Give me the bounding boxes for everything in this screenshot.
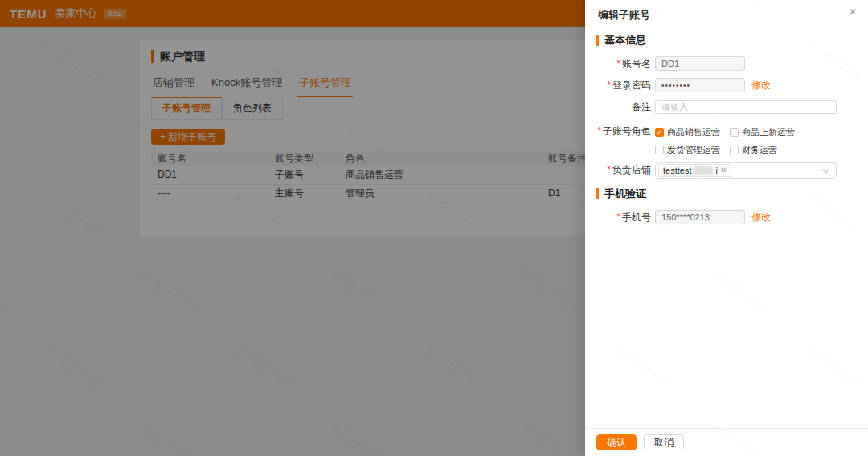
section-phone-verification: 手机验证 bbox=[596, 188, 857, 199]
edit-sub-account-drawer: 编辑子账号 ✕ 基本信息 账号名 DD1 登录密码 •••••••• bbox=[585, 0, 868, 456]
drawer-footer: 确认 取消 bbox=[585, 428, 868, 456]
phone-value: 150****0213 bbox=[661, 212, 710, 222]
close-icon[interactable]: ✕ bbox=[849, 6, 857, 18]
store-tag-text: testtest bbox=[663, 166, 691, 175]
checkbox-unchecked-icon bbox=[730, 128, 739, 137]
remark-row: 备注 请输入 bbox=[596, 100, 857, 114]
role-checkbox-finance-ops[interactable]: 财务运营 bbox=[730, 144, 777, 156]
account-name-input: DD1 bbox=[655, 56, 745, 71]
remark-label: 备注 bbox=[596, 100, 651, 114]
store-select[interactable]: testtesti ✕ bbox=[655, 162, 837, 179]
sub-account-role-row: 子账号角色 ✓ 商品销售运营 商品上新运营 发货管理运营 bbox=[596, 124, 857, 156]
checkbox-label: 商品上新运营 bbox=[742, 126, 795, 138]
chevron-down-icon bbox=[822, 166, 830, 174]
tag-remove-icon[interactable]: ✕ bbox=[720, 166, 727, 175]
remark-placeholder: 请输入 bbox=[661, 101, 688, 113]
role-checkbox-product-listing-ops[interactable]: 商品上新运营 bbox=[730, 126, 795, 138]
drawer-title: 编辑子账号 bbox=[598, 9, 650, 21]
role-checkbox-group: ✓ 商品销售运营 商品上新运营 发货管理运营 bbox=[655, 126, 838, 156]
password-value: •••••••• bbox=[661, 81, 690, 90]
phone-label: 手机号 bbox=[596, 210, 651, 224]
checkbox-label: 商品销售运营 bbox=[667, 126, 720, 138]
phone-input: 150****0213 bbox=[655, 210, 745, 224]
responsible-store-row: 负责店铺 testtesti ✕ bbox=[596, 162, 857, 179]
password-row: 登录密码 •••••••• 修改 bbox=[596, 78, 857, 92]
section-basic-info: 基本信息 bbox=[596, 35, 857, 46]
role-checkbox-product-sales-ops[interactable]: ✓ 商品销售运营 bbox=[655, 126, 720, 138]
cancel-button[interactable]: 取消 bbox=[644, 434, 684, 450]
store-tag: testtesti ✕ bbox=[658, 164, 731, 177]
confirm-button[interactable]: 确认 bbox=[596, 434, 637, 450]
checkbox-unchecked-icon bbox=[655, 146, 664, 154]
change-phone-link[interactable]: 修改 bbox=[751, 210, 771, 224]
remark-input[interactable]: 请输入 bbox=[655, 100, 837, 114]
change-password-link[interactable]: 修改 bbox=[751, 78, 771, 92]
redacted-text bbox=[694, 166, 713, 175]
checkbox-label: 财务运营 bbox=[742, 144, 777, 156]
responsible-store-label: 负责店铺 bbox=[596, 162, 651, 177]
account-name-row: 账号名 DD1 bbox=[596, 56, 857, 71]
phone-row: 手机号 150****0213 修改 bbox=[596, 210, 857, 224]
checkbox-label: 发货管理运营 bbox=[667, 144, 720, 156]
role-checkbox-shipping-management-ops[interactable]: 发货管理运营 bbox=[655, 144, 720, 156]
drawer-body: 基本信息 账号名 DD1 登录密码 •••••••• 修改 bbox=[585, 35, 868, 224]
account-name-label: 账号名 bbox=[596, 56, 651, 71]
password-label: 登录密码 bbox=[596, 78, 651, 92]
password-input: •••••••• bbox=[655, 78, 745, 92]
checkbox-unchecked-icon bbox=[730, 146, 739, 154]
store-tag-suffix: i bbox=[715, 166, 717, 175]
app: TEMU 卖家中心 Beta 账户管理 店铺管理 Knock账号管理 子账号管理… bbox=[0, 0, 868, 456]
drawer-header: 编辑子账号 ✕ bbox=[585, 0, 868, 27]
checkbox-checked-icon: ✓ bbox=[655, 128, 664, 137]
account-name-value: DD1 bbox=[661, 59, 679, 68]
sub-account-role-label: 子账号角色 bbox=[596, 124, 651, 138]
